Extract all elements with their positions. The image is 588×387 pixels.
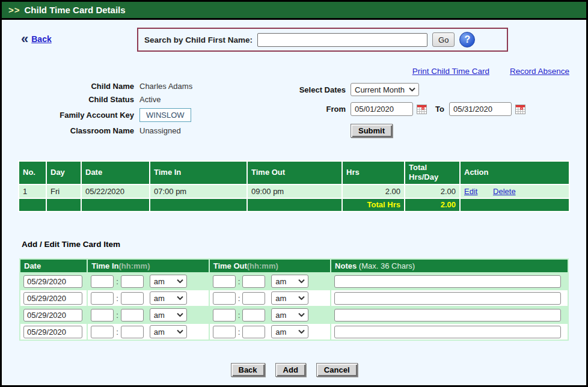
add-edit-row: :am:am [20,307,568,323]
time-out-ampm-select[interactable]: am [271,291,308,305]
time-out-ampm-select[interactable]: am [271,275,308,288]
bottom-buttons: Back Add Cancel [2,363,586,377]
time-in-ampm-select[interactable]: am [150,308,187,321]
row-date-input[interactable] [23,326,82,338]
top-links: Print Child Time Card Record Absence [412,67,569,76]
search-label: Search by Child First Name: [144,35,253,44]
row-date-input[interactable] [23,309,82,321]
time-out-ampm-select[interactable]: am [271,325,308,338]
submit-button[interactable]: Submit [351,124,393,138]
family-account-key-label: Family Account Key [39,111,134,120]
time-in-minute-input[interactable] [121,326,144,338]
colon-separator: : [238,328,240,337]
child-info: Child Name Charles Adams Child Status Ac… [39,82,192,135]
title-bar: >> Child Time Card Details [2,2,586,20]
time-out-hour-input[interactable] [213,292,236,305]
child-name-label: Child Name [39,82,134,91]
colon-separator: : [238,311,240,320]
notes-max-hint: (Max. 36 Chars) [357,261,415,270]
select-dates-row: Select Dates Current Month [275,83,419,96]
row-notes-input[interactable] [334,275,561,288]
back-nav[interactable]: « Back [21,34,52,44]
time-out-minute-input[interactable] [242,275,265,288]
colon-separator: : [238,294,240,303]
colon-separator: : [116,277,118,286]
col-total-hrs-day: Total Hrs/Day [405,162,459,184]
add-edit-row: :am:am [20,324,568,340]
child-name-value: Charles Adams [139,82,192,91]
time-out-hour-input[interactable] [213,326,236,338]
colon-separator: : [116,328,118,337]
from-label: From [275,105,346,114]
to-date-input[interactable] [449,102,512,116]
submit-row: Submit [351,124,393,138]
from-calendar-icon[interactable] [417,105,427,114]
row-date-input[interactable] [23,275,82,288]
back-link[interactable]: Back [31,34,51,44]
help-icon[interactable]: ? [459,32,475,47]
add-edit-header-row: Date Time In(hh:mm) Time Out(hh:mm) Note… [20,260,568,272]
to-label: To [435,105,444,114]
classroom-name-value: Unassigned [139,126,192,135]
add-col-time-out: Time Out(hh:mm) [210,260,330,272]
time-in-hour-input[interactable] [91,292,114,305]
date-range-row: From To [275,102,525,116]
time-in-hour-input[interactable] [91,309,114,321]
time-out-minute-input[interactable] [242,326,265,338]
edit-link[interactable]: Edit [464,187,477,196]
time-out-hour-input[interactable] [213,309,236,321]
add-edit-row: :am:am [20,273,568,289]
time-card-header-row: No. Day Date Time In Time Out Hrs Total … [19,162,569,184]
time-in-ampm-select[interactable]: am [150,291,187,305]
col-no: No. [19,162,46,184]
col-time-in: Time In [150,162,247,184]
cell-date: 05/22/2020 [82,185,149,198]
cell-time-out: 09:00 pm [248,185,341,198]
classroom-name-label: Classroom Name [39,126,134,135]
time-out-minute-input[interactable] [242,292,265,305]
record-absence-link[interactable]: Record Absence [510,67,569,76]
cell-actions: Edit Delete [461,185,569,198]
add-button[interactable]: Add [275,363,306,377]
row-notes-input[interactable] [334,292,561,305]
total-row: Total Hrs 2.00 [19,199,569,211]
col-hrs: Hrs [343,162,404,184]
time-in-hour-input[interactable] [91,275,114,288]
back-button[interactable]: Back [231,363,265,377]
time-in-minute-input[interactable] [121,292,144,305]
to-calendar-icon[interactable] [515,105,525,114]
child-time-card-page: >> Child Time Card Details « Back Search… [0,0,588,387]
time-in-ampm-select[interactable]: am [150,275,187,288]
back-chevrons-icon: « [21,34,28,44]
time-out-minute-input[interactable] [242,309,265,321]
row-date-input[interactable] [23,292,82,305]
col-action: Action [461,162,569,184]
time-in-ampm-select[interactable]: am [150,325,187,338]
from-date-input[interactable] [351,102,413,116]
search-panel: Search by Child First Name: Go ? [137,28,508,52]
col-date: Date [82,162,149,184]
select-dates-dropdown[interactable]: Current Month [351,83,419,96]
cancel-button[interactable]: Cancel [316,363,358,377]
time-out-ampm-select[interactable]: am [271,308,308,321]
cell-time-in: 07:00 pm [150,185,247,198]
delete-link[interactable]: Delete [493,187,516,196]
add-edit-table: Date Time In(hh:mm) Time Out(hh:mm) Note… [19,258,569,341]
colon-separator: : [116,294,118,303]
time-in-format-hint: (hh:mm) [119,261,150,270]
print-time-card-link[interactable]: Print Child Time Card [412,67,489,76]
add-col-time-in: Time In(hh:mm) [88,260,208,272]
time-out-hour-input[interactable] [213,275,236,288]
row-notes-input[interactable] [334,309,561,321]
time-in-minute-input[interactable] [121,275,144,288]
time-in-minute-input[interactable] [121,309,144,321]
go-button[interactable]: Go [432,32,455,47]
row-notes-input[interactable] [334,326,561,338]
title-prompt-icon: >> [8,5,20,15]
cell-day: Fri [47,185,81,198]
search-input[interactable] [257,33,427,47]
cell-hrs: 2.00 [343,185,404,198]
select-dates-label: Select Dates [275,85,346,94]
child-status-value: Active [139,95,192,104]
time-in-hour-input[interactable] [91,326,114,338]
